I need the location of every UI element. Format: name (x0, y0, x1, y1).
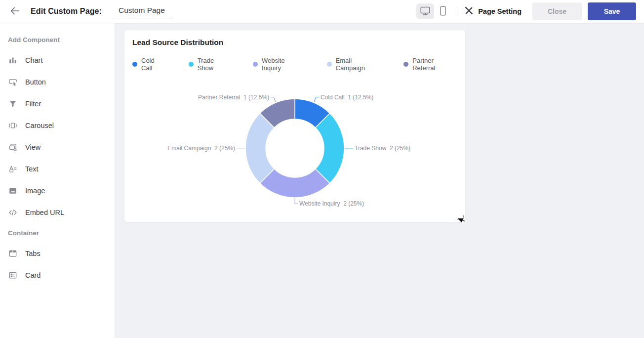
tools-icon (464, 6, 474, 17)
legend-dot (132, 62, 137, 67)
sidebar-item-label: Chart (25, 55, 42, 66)
legend-dot (189, 62, 194, 67)
bar-chart-icon (8, 55, 18, 65)
sidebar-item-label: Embed URL (25, 207, 64, 218)
close-button[interactable]: Close (532, 2, 582, 20)
sidebar-section-title: Add Component (0, 30, 115, 49)
legend-label: Partner Referral (412, 57, 457, 72)
carousel-icon (8, 121, 18, 130)
sidebar-item-label: Image (25, 185, 45, 196)
mobile-preview-button[interactable] (434, 3, 452, 19)
sidebar-item-card[interactable]: Card (0, 264, 115, 286)
card-icon (8, 270, 18, 280)
legend-label: Website Inquiry (262, 57, 305, 72)
text-icon (8, 164, 18, 174)
monitor-icon (419, 5, 431, 18)
page-setting-label: Page Setting (478, 7, 522, 15)
chart-title: Lead Source Distribution (132, 38, 457, 47)
sidebar-item-label: Filter (25, 98, 41, 109)
editor-canvas[interactable]: Lead Source Distribution Cold CallTrade … (115, 23, 644, 338)
slice-label-website-inquiry: Website Inquiry 2 (25%) (299, 200, 364, 207)
legend-label: Trade Show (198, 57, 231, 72)
sidebar-section-title: Container (0, 223, 115, 243)
sidebar-item-carousel[interactable]: Carousel (0, 115, 115, 136)
legend-dot (327, 62, 332, 67)
label-leader-line (271, 97, 276, 102)
sidebar-item-label: Text (25, 164, 39, 174)
sidebar-item-label: Button (25, 77, 46, 87)
legend-label: Email Campaign (336, 57, 382, 72)
image-icon (8, 186, 18, 196)
back-button[interactable] (8, 4, 22, 18)
slice-label-email-campaign: Email Campaign 2 (25%) (167, 145, 235, 152)
chart-legend: Cold CallTrade ShowWebsite InquiryEmail … (132, 57, 457, 72)
chart-widget-card[interactable]: Lead Source Distribution Cold CallTrade … (124, 30, 465, 222)
sidebar-item-chart[interactable]: Chart (0, 49, 115, 71)
sidebar-item-label: View (25, 142, 40, 153)
sidebar-item-button[interactable]: Button (0, 71, 115, 93)
sidebar-item-label: Carousel (25, 120, 54, 131)
sidebar-item-embed-url[interactable]: Embed URL (0, 202, 115, 223)
page-name-input[interactable]: Custom Page (114, 4, 172, 18)
desktop-preview-button[interactable] (416, 3, 434, 19)
button-icon (8, 77, 18, 87)
legend-label: Cold Call (141, 57, 167, 72)
sidebar-item-label: Card (25, 270, 40, 281)
label-leader-line (295, 198, 298, 204)
sidebar-item-tabs[interactable]: Tabs (0, 243, 115, 264)
legend-item-cold-call[interactable]: Cold Call (132, 57, 167, 72)
legend-dot (403, 62, 408, 67)
sidebar-item-label: Tabs (25, 248, 40, 259)
arrow-left-icon (9, 5, 20, 18)
slice-label-cold-call: Cold Call 1 (12.5%) (321, 94, 373, 101)
sidebar-item-text[interactable]: Text (0, 158, 115, 180)
save-button[interactable]: Save (588, 2, 636, 20)
filter-icon (8, 99, 18, 109)
phone-icon (437, 5, 449, 18)
page-title: Edit Custom Page: (31, 7, 102, 16)
topbar: Edit Custom Page: Custom Page Pa (0, 0, 644, 23)
legend-item-website-inquiry[interactable]: Website Inquiry (253, 57, 305, 72)
legend-item-trade-show[interactable]: Trade Show (189, 57, 231, 72)
view-icon (8, 142, 18, 152)
donut-chart: Cold Call 1 (12.5%)Trade Show 2 (25%)Web… (124, 73, 465, 221)
sidebar-item-image[interactable]: Image (0, 180, 115, 202)
sidebar-item-view[interactable]: View (0, 136, 115, 158)
page-setting-button[interactable]: Page Setting (464, 6, 522, 17)
legend-item-partner-referral[interactable]: Partner Referral (403, 57, 457, 72)
component-sidebar: Add ComponentChartButtonFilterCarouselVi… (0, 23, 115, 338)
label-leader-line (314, 97, 319, 102)
legend-item-email-campaign[interactable]: Email Campaign (327, 57, 382, 72)
legend-dot (253, 62, 258, 67)
slice-label-trade-show: Trade Show 2 (25%) (355, 145, 410, 152)
sidebar-item-filter[interactable]: Filter (0, 93, 115, 115)
tabs-icon (8, 249, 18, 258)
slice-label-partner-referral: Partner Referral 1 (12.5%) (198, 94, 269, 101)
divider (458, 7, 458, 16)
embed-url-icon (8, 208, 18, 217)
